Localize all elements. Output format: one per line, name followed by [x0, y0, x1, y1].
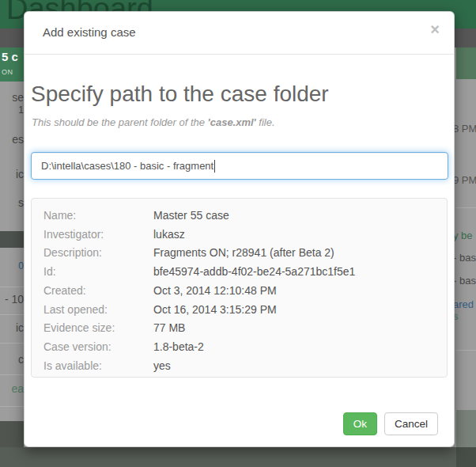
detail-value: Oct 16, 2014 3:15:29 PM [153, 301, 277, 320]
detail-value: Master 55 case [153, 207, 229, 226]
add-existing-case-modal: Add existing case × Specify path to the … [24, 11, 455, 447]
bg-bottom-band [0, 447, 476, 467]
detail-label: Created: [43, 282, 153, 301]
detail-row-last-opened: Last opened: Oct 16, 2014 3:15:29 PM [43, 301, 435, 320]
detail-row-created: Created: Oct 3, 2014 12:10:48 PM [43, 282, 435, 301]
detail-value: yes [153, 357, 171, 376]
detail-label: Investigator: [43, 226, 153, 245]
detail-row-id: Id: bfe45974-addb-4f02-be24-5a271bc1f5e1 [43, 263, 435, 282]
bg-dark-bar [0, 231, 24, 248]
bg-text-fragment: 8 PM [453, 123, 476, 135]
stat-tile-caption: ON [2, 68, 13, 76]
bg-text-fragment: ea [0, 382, 24, 395]
detail-label: Case version: [43, 338, 153, 357]
bg-divider [0, 287, 24, 287]
detail-row-description: Description: Fragments ON; r28941 (after… [43, 244, 435, 263]
bg-text-fragment: es [0, 133, 24, 146]
bg-text-fragment: s [0, 196, 24, 209]
bg-divider [0, 374, 24, 375]
bg-text-fragment: - bas [453, 275, 476, 287]
case-path-value: D:\intella\cases\180 - basic - fragment [41, 160, 213, 172]
detail-value: Oct 3, 2014 12:10:48 PM [153, 282, 277, 301]
bg-text-fragment: ic [0, 168, 24, 180]
detail-row-investigator: Investigator: lukasz [43, 226, 435, 245]
detail-label: Is available: [43, 357, 153, 376]
detail-value: Fragments ON; r28941 (after Beta 2) [153, 244, 334, 263]
ok-button[interactable]: Ok [343, 412, 377, 435]
bg-text-fragment: 9 PM [453, 174, 476, 186]
modal-footer: Ok Cancel [343, 412, 438, 435]
detail-label: Description: [43, 244, 153, 263]
bg-text-fragment: ared [453, 298, 476, 310]
text-caret [214, 160, 215, 173]
bg-text-fragment: 1 [0, 104, 24, 116]
stat-tile-count: 5 c [2, 50, 18, 63]
detail-label: Evidence size: [43, 319, 153, 338]
bg-divider [456, 207, 476, 208]
case-details-panel: Name: Master 55 case Investigator: lukas… [31, 198, 448, 378]
detail-value: 1.8-beta-2 [153, 338, 204, 357]
subtext-prefix: This should be the parent folder of the [32, 116, 208, 128]
bg-text-fragment: 0 [0, 260, 24, 271]
modal-header: Add existing case × [25, 12, 454, 55]
detail-row-name: Name: Master 55 case [43, 207, 435, 226]
bg-text-fragment: - bas [453, 252, 476, 264]
detail-label: Last opened: [43, 301, 153, 320]
subtext-emphasis: 'case.xml' [208, 116, 256, 128]
detail-label: Id: [43, 263, 153, 282]
bg-shaded-panel [456, 410, 476, 447]
modal-subtext: This should be the parent folder of the … [32, 116, 275, 128]
detail-row-case-version: Case version: 1.8-beta-2 [43, 338, 435, 357]
bg-text-fragment: y be [453, 230, 476, 241]
modal-title: Add existing case [43, 25, 136, 39]
close-icon[interactable]: × [427, 18, 443, 40]
detail-value: bfe45974-addb-4f02-be24-5a271bc1f5e1 [153, 263, 355, 282]
bg-text-fragment: se [0, 91, 24, 104]
bg-divider [456, 350, 476, 351]
bg-text-fragment: s [453, 310, 476, 322]
detail-value: 77 MB [153, 319, 185, 338]
bg-divider [0, 343, 24, 344]
bg-bottom-band-corner [456, 447, 476, 467]
cancel-button[interactable]: Cancel [384, 412, 438, 435]
case-path-input[interactable]: D:\intella\cases\180 - basic - fragment [31, 152, 448, 180]
stat-tile-right [456, 47, 476, 79]
modal-heading: Specify path to the case folder [31, 82, 329, 107]
bg-divider [0, 314, 24, 315]
detail-row-is-available: Is available: yes [43, 357, 435, 376]
bg-dark-bar [0, 421, 24, 447]
bg-divider [0, 406, 24, 407]
detail-label: Name: [43, 207, 153, 226]
stat-tile: 5 c ON [0, 47, 24, 82]
subtext-suffix: file. [256, 116, 275, 128]
detail-row-evidence-size: Evidence size: 77 MB [43, 319, 435, 338]
bg-text-fragment: - 10 [0, 293, 24, 306]
bg-text-fragment: c [0, 353, 24, 366]
detail-value: lukasz [153, 226, 185, 245]
bg-text-fragment: ic [0, 321, 24, 334]
